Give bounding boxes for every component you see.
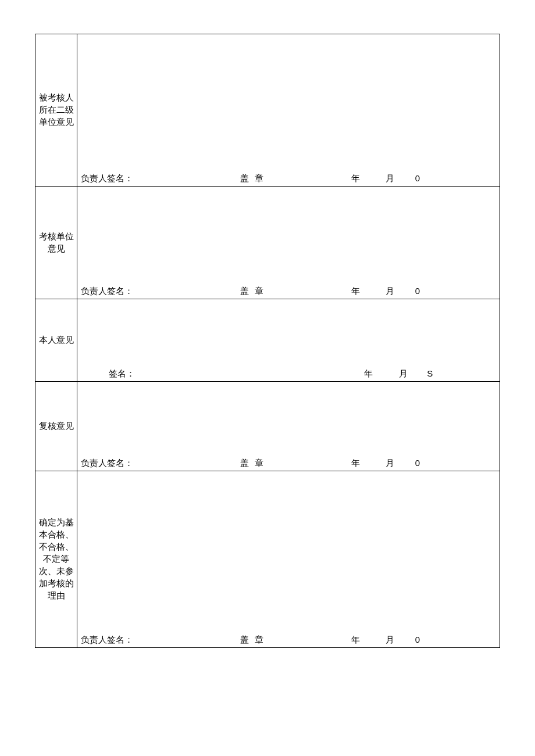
sign-label: 负责人签名：	[81, 458, 238, 470]
seal-label: 盖 章	[240, 458, 322, 470]
row-label: 确定为基本合格、不合格、不定等次、未参加考核的理由	[35, 471, 77, 648]
day-label: 0	[397, 634, 420, 646]
row-content: 负责人签名： 盖 章 年 月 0	[77, 471, 500, 648]
signature-line: 负责人签名： 盖 章 年 月 0	[77, 457, 500, 470]
signature-line: 负责人签名： 盖 章 年 月 0	[77, 285, 500, 298]
sign-label: 负责人签名：	[81, 173, 238, 185]
seal-label: 盖 章	[240, 286, 322, 298]
seal-label: 盖 章	[240, 173, 322, 185]
sign-label: 签名：	[109, 368, 334, 380]
seal-label: 盖 章	[240, 635, 322, 646]
day-label: 0	[397, 285, 420, 297]
page: 被考核人所在二级单位意见 负责人签名： 盖 章 年 月 0 考核单位意见 负责人…	[0, 0, 535, 756]
row-content: 签名： 年 月 S	[77, 299, 500, 382]
row-label: 被考核人所在二级单位意见	[35, 34, 77, 187]
table-row: 本人意见 签名： 年 月 S	[35, 299, 500, 382]
month-label: 月	[362, 286, 394, 298]
month-label: 月	[375, 368, 408, 380]
row-content: 负责人签名： 盖 章 年 月 0	[77, 187, 500, 299]
day-label: 0	[397, 457, 420, 469]
year-label: 年	[324, 635, 360, 646]
row-label: 本人意见	[35, 299, 77, 382]
table-row: 考核单位意见 负责人签名： 盖 章 年 月 0	[35, 187, 500, 299]
day-label: S	[409, 368, 433, 379]
row-label: 考核单位意见	[35, 187, 77, 299]
year-label: 年	[324, 286, 360, 298]
table-row: 复核意见 负责人签名： 盖 章 年 月 0	[35, 382, 500, 471]
row-content: 负责人签名： 盖 章 年 月 0	[77, 382, 500, 471]
month-label: 月	[362, 458, 394, 470]
table-row: 确定为基本合格、不合格、不定等次、未参加考核的理由 负责人签名： 盖 章 年 月…	[35, 471, 500, 648]
signature-line: 签名： 年 月 S	[77, 368, 500, 380]
day-label: 0	[397, 173, 420, 184]
year-label: 年	[324, 458, 360, 470]
approval-table: 被考核人所在二级单位意见 负责人签名： 盖 章 年 月 0 考核单位意见 负责人…	[35, 34, 500, 648]
sign-label: 负责人签名：	[81, 286, 238, 298]
month-label: 月	[362, 173, 394, 185]
signature-line: 负责人签名： 盖 章 年 月 0	[77, 173, 500, 185]
sign-label: 负责人签名：	[81, 635, 238, 646]
signature-line: 负责人签名： 盖 章 年 月 0	[77, 634, 500, 646]
month-label: 月	[362, 635, 394, 646]
row-label: 复核意见	[35, 382, 77, 471]
table-row: 被考核人所在二级单位意见 负责人签名： 盖 章 年 月 0	[35, 34, 500, 187]
year-label: 年	[337, 368, 373, 380]
year-label: 年	[324, 173, 360, 185]
row-content: 负责人签名： 盖 章 年 月 0	[77, 34, 500, 187]
